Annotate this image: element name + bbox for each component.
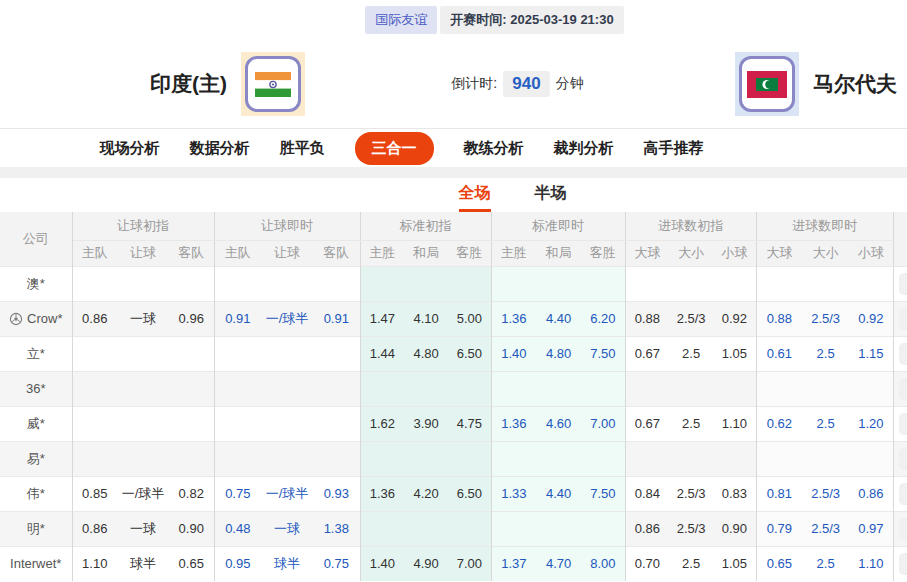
odds-cell (261, 406, 313, 441)
odds-cell (536, 441, 581, 476)
odds-cell: 一/球半 (261, 301, 313, 336)
odds-cell: 1.36 (491, 301, 536, 336)
odds-cell (214, 336, 261, 371)
nav-tab-0[interactable]: 现场分析 (100, 139, 160, 158)
partial-button[interactable] (899, 483, 907, 505)
odds-cell (669, 371, 713, 406)
odds-cell: 0.90 (713, 511, 756, 546)
home-team-name: 印度(主) (150, 70, 227, 98)
league-badge[interactable]: 国际友谊 (365, 6, 437, 34)
odds-cell (536, 371, 581, 406)
partial-button[interactable] (899, 378, 907, 400)
odds-cell: 1.40 (360, 546, 404, 581)
partial-button[interactable] (899, 448, 907, 470)
company-cell[interactable]: 伟* (0, 476, 72, 511)
table-row: 立*1.444.806.501.404.807.500.672.51.050.6… (0, 336, 907, 371)
odds-cell (491, 266, 536, 301)
odds-table-header: 公司 让球初指让球即时标准初指标准即时进球数初指进球数即时 主队让球客队主队让球… (0, 212, 907, 266)
odds-cell: 0.86 (72, 511, 117, 546)
odds-cell: 一球 (117, 511, 169, 546)
partial-button[interactable] (899, 553, 907, 575)
company-cell[interactable]: Crow* (0, 301, 72, 336)
partial-button[interactable] (899, 413, 907, 435)
odds-cell (669, 441, 713, 476)
odds-cell: 0.70 (625, 546, 669, 581)
odds-cell: 0.95 (214, 546, 261, 581)
nav-tab-5[interactable]: 裁判分析 (554, 139, 614, 158)
odds-cell: 1.47 (360, 301, 404, 336)
odds-cell: 0.82 (169, 476, 214, 511)
odds-cell (117, 371, 169, 406)
odds-cell: 2.5 (669, 406, 713, 441)
odds-cell (313, 371, 360, 406)
company-cell[interactable]: 威* (0, 406, 72, 441)
company-cell[interactable]: 澳* (0, 266, 72, 301)
nav-tab-6[interactable]: 高手推荐 (644, 139, 704, 158)
table-row: 36* (0, 371, 907, 406)
away-flag (735, 52, 799, 116)
odds-cell (536, 266, 581, 301)
company-cell[interactable]: 明* (0, 511, 72, 546)
odds-cell (117, 406, 169, 441)
odds-cell (536, 511, 581, 546)
company-name: 易* (27, 450, 45, 468)
sub-tab-label: 全场 (459, 184, 491, 201)
company-name: Crow* (27, 311, 62, 326)
kickoff-time: 开赛时间: 2025-03-19 21:30 (440, 6, 623, 34)
home-team-block: 印度(主) (150, 52, 305, 116)
odds-cell (117, 336, 169, 371)
period-subnav: 全场半场 (0, 178, 907, 212)
partial-button[interactable] (899, 273, 907, 295)
company-cell[interactable]: Interwet* (0, 546, 72, 581)
odds-cell: 一球 (117, 301, 169, 336)
odds-cell (849, 371, 893, 406)
odds-cell (756, 266, 802, 301)
table-row: 伟*0.85一/球半0.820.75一/球半0.931.364.206.501.… (0, 476, 907, 511)
odds-cell (849, 441, 893, 476)
partial-button[interactable] (899, 518, 907, 540)
top-info-bar: 国际友谊 开赛时间: 2025-03-19 21:30 (0, 0, 907, 40)
odds-cell (313, 336, 360, 371)
sub-tab-1[interactable]: 半场 (532, 183, 570, 212)
odds-cell: 0.65 (169, 546, 214, 581)
group-header-row: 公司 让球初指让球即时标准初指标准即时进球数初指进球数即时 (0, 212, 907, 240)
nav-tab-2[interactable]: 胜平负 (280, 139, 325, 158)
nav-tab-3[interactable]: 三合一 (355, 132, 434, 165)
company-cell[interactable]: 36* (0, 371, 72, 406)
company-name: 澳* (27, 275, 45, 293)
odds-cell: 一/球半 (261, 476, 313, 511)
sub-tab-label: 半场 (535, 184, 567, 201)
group-header-5: 进球数即时 (756, 212, 893, 240)
countdown-label: 倒计时: (451, 75, 497, 93)
odds-cell (169, 266, 214, 301)
odds-cell: 0.83 (713, 476, 756, 511)
odds-cell: 7.50 (581, 476, 625, 511)
odds-cell (360, 511, 404, 546)
odds-cell: 一球 (261, 511, 313, 546)
odds-cell: 1.36 (491, 406, 536, 441)
odds-cell (802, 441, 849, 476)
partial-button[interactable] (899, 343, 907, 365)
india-flag-icon (255, 72, 291, 97)
partial-button[interactable] (899, 308, 907, 330)
odds-cell: 0.93 (313, 476, 360, 511)
odds-cell (625, 441, 669, 476)
odds-cell: 6.50 (448, 336, 491, 371)
company-cell[interactable]: 立* (0, 336, 72, 371)
sub-header-3-1: 和局 (536, 240, 581, 266)
nav-tab-1[interactable]: 数据分析 (190, 139, 250, 158)
odds-cell (802, 266, 849, 301)
odds-cell: 0.96 (169, 301, 214, 336)
sub-header-2-1: 和局 (404, 240, 448, 266)
sub-tab-0[interactable]: 全场 (456, 183, 494, 212)
subnav-tabs: 全场半场 (456, 183, 570, 212)
group-header-1: 让球即时 (214, 212, 360, 240)
company-cell[interactable]: 易* (0, 441, 72, 476)
odds-cell (72, 336, 117, 371)
odds-cell: 0.62 (756, 406, 802, 441)
odds-cell (581, 441, 625, 476)
table-row: Crow*0.86一球0.960.91一/球半0.911.474.105.001… (0, 301, 907, 336)
odds-cell: 0.86 (849, 476, 893, 511)
odds-cell (448, 371, 491, 406)
nav-tab-4[interactable]: 教练分析 (464, 139, 524, 158)
